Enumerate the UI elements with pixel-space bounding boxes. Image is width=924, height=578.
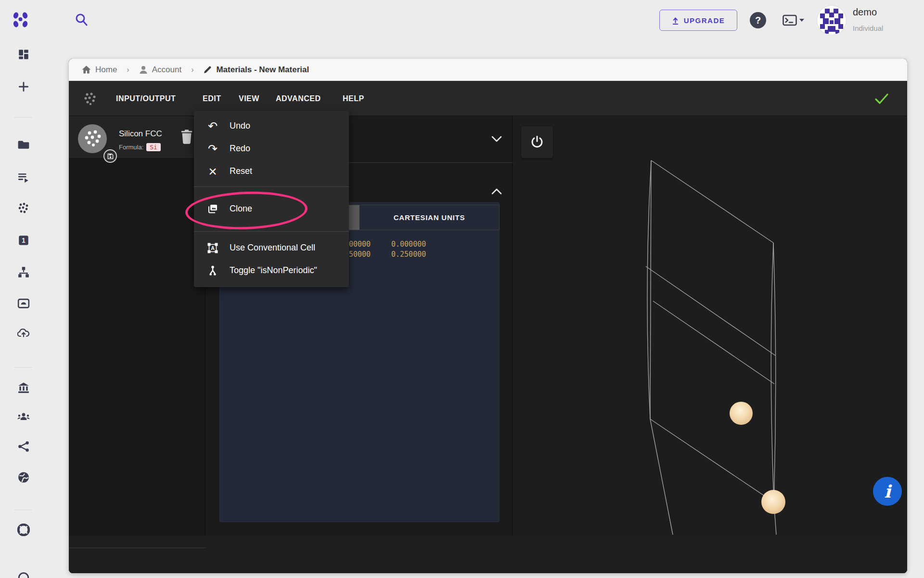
breadcrumb-separator: › (187, 66, 197, 74)
terminal-icon (783, 14, 797, 26)
menu-item-clone[interactable]: Clone (194, 197, 349, 220)
upload-icon (672, 16, 679, 25)
non-periodic-icon (206, 264, 219, 277)
menu-item-label: Toggle "isNonPeriodic" (230, 265, 317, 276)
chevron-down-icon[interactable] (491, 136, 502, 143)
breadcrumb-current-page[interactable]: Materials - New Material (203, 65, 309, 75)
app-logo-icon[interactable] (12, 11, 30, 29)
materials-designer-window: Home › Account › Materials - New Materia… (69, 59, 907, 573)
search-icon[interactable] (74, 13, 89, 27)
materials-list-panel: Silicon FCC Formula: Si (69, 116, 205, 548)
user-avatar[interactable] (817, 6, 846, 35)
menu-item-toggle-isnonperiodic[interactable]: Toggle "isNonPeriodic" (194, 259, 349, 282)
reset-icon: × (206, 165, 219, 178)
chevron-up-icon[interactable] (491, 188, 502, 195)
designer-logo-dots-icon (83, 92, 97, 105)
svg-text:1: 1 (22, 236, 26, 244)
jobs-list-icon[interactable] (17, 171, 30, 184)
menu-item-label: Redo (230, 144, 250, 154)
breadcrumb: Home › Account › Materials - New Materia… (69, 59, 907, 81)
power-icon (530, 135, 544, 149)
menu-item-undo[interactable]: ↶ Undo (194, 115, 349, 137)
coordinate-cell[interactable]: 00000 (349, 240, 371, 249)
menu-item-label: Use Conventional Cell (230, 243, 315, 253)
breadcrumb-home[interactable]: Home (82, 65, 117, 75)
material-name: Silicon FCC (119, 129, 162, 139)
menu-input-output[interactable]: INPUT/OUTPUT (116, 81, 176, 116)
bank-icon[interactable] (17, 381, 30, 394)
sidebar-divider (14, 510, 32, 510)
home-icon (82, 66, 91, 74)
check-icon (874, 93, 889, 105)
console-menu-button[interactable] (783, 13, 808, 27)
undo-icon: ↶ (206, 120, 219, 132)
power-button[interactable] (521, 126, 553, 158)
caret-down-icon (799, 18, 805, 22)
people-icon[interactable] (17, 412, 30, 424)
sidebar-divider (14, 117, 32, 118)
atom-sphere[interactable] (730, 402, 753, 425)
save-badge-icon (103, 149, 117, 163)
coordinate-cell[interactable]: 0.000000 (391, 240, 426, 249)
workflow-icon[interactable] (17, 266, 30, 278)
redo-icon: ↷ (206, 143, 219, 155)
info-button[interactable]: i (873, 477, 902, 506)
top-bar: UPGRADE ? demo Individual (0, 0, 924, 40)
menu-item-use-conventional-cell[interactable]: A Use Conventional Cell (194, 236, 349, 259)
add-icon[interactable] (17, 80, 30, 93)
three-d-viewer[interactable]: i (513, 116, 907, 536)
svg-text:A: A (211, 245, 215, 251)
crystal-wireframe (513, 116, 907, 536)
globe-icon[interactable] (17, 471, 30, 484)
menu-item-label: Clone (230, 204, 252, 214)
breadcrumb-separator: › (123, 66, 133, 74)
breadcrumb-label: Materials - New Material (216, 65, 309, 75)
coordinate-cell[interactable]: 0.250000 (391, 250, 426, 259)
left-sidebar: 1 (0, 40, 46, 578)
breadcrumb-label: Home (95, 65, 117, 75)
menu-item-redo[interactable]: ↷ Redo (194, 137, 349, 160)
edit-dropdown-menu: ↶ Undo ↷ Redo × Reset Clone (194, 111, 349, 287)
coordinate-cell[interactable]: 50000 (349, 250, 371, 259)
atom-sphere[interactable] (761, 490, 785, 514)
cloud-upload-icon[interactable] (17, 328, 30, 340)
tab-cartesian-units[interactable]: CARTESIAN UNITS (359, 205, 499, 230)
menu-item-label: Undo (230, 121, 250, 131)
material-list-item[interactable]: Silicon FCC Formula: Si (69, 116, 205, 158)
help-icon[interactable]: ? (750, 12, 766, 28)
trash-icon[interactable] (180, 129, 195, 145)
pencil-icon (203, 66, 212, 74)
conventional-cell-icon: A (206, 242, 219, 254)
menu-item-reset[interactable]: × Reset (194, 160, 349, 183)
image-icon[interactable] (17, 297, 30, 310)
breadcrumb-label: Account (152, 65, 181, 75)
formula-chip: Si (146, 143, 161, 151)
one-box-icon[interactable]: 1 (17, 234, 30, 247)
breadcrumb-account[interactable]: Account (139, 65, 181, 75)
window-footer (69, 536, 907, 573)
upgrade-label: UPGRADE (684, 16, 725, 25)
partial-circle-icon[interactable] (17, 569, 30, 578)
sidebar-divider (14, 367, 32, 368)
menu-item-label: Reset (230, 166, 252, 176)
menu-divider (194, 231, 349, 232)
wheel-icon[interactable] (17, 524, 30, 536)
user-name: demo (853, 7, 877, 18)
materials-dots-icon[interactable] (17, 202, 30, 214)
folder-icon[interactable] (17, 138, 30, 151)
user-plan: Individual (853, 24, 883, 32)
menu-divider (194, 186, 349, 187)
formula-label: Formula: (119, 144, 143, 151)
upgrade-button[interactable]: UPGRADE (659, 10, 737, 31)
footer-divider (69, 548, 206, 548)
clone-icon (206, 203, 219, 215)
dashboard-icon[interactable] (17, 48, 30, 61)
person-icon (139, 66, 148, 74)
share-icon[interactable] (17, 440, 30, 453)
material-formula: Formula: Si (119, 143, 161, 151)
material-avatar (78, 124, 107, 153)
